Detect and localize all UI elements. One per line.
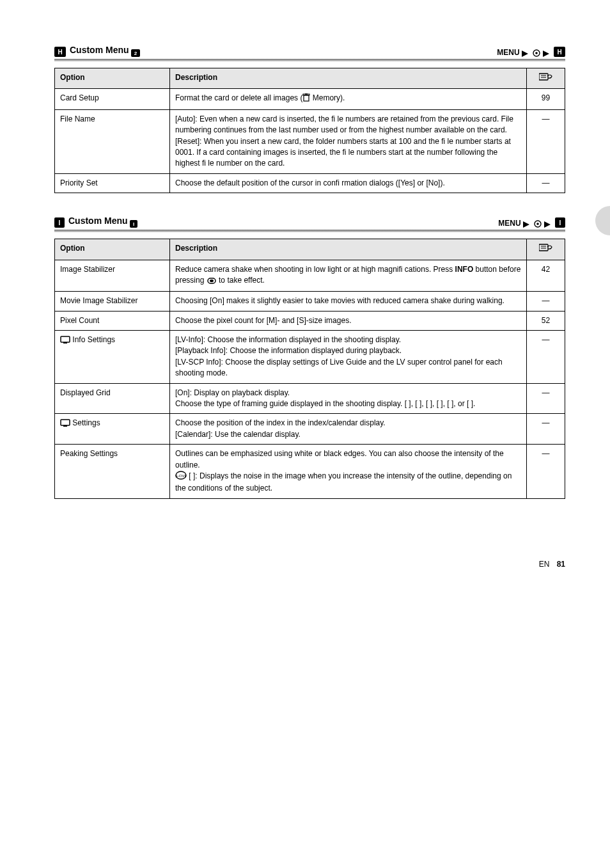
hand-icon: [539, 72, 553, 81]
section-title-i: I Custom Menu I: [54, 216, 141, 228]
opt-name: Movie Image Stabilizer: [55, 292, 170, 311]
opt-page: —: [527, 414, 565, 445]
svg-point-6: [536, 52, 538, 54]
svg-text:H: H: [58, 49, 62, 56]
opt-name: Peaking Settings: [55, 445, 170, 499]
section-header-h2: H Custom Menu 2 MENU H: [54, 45, 565, 57]
table-row: Image Stabilizer Reduce camera shake whe…: [55, 260, 565, 292]
svg-text:H: H: [557, 49, 561, 56]
svg-marker-7: [543, 51, 549, 57]
h2-badge-icon: H: [554, 47, 565, 57]
table-header-row: Option Description: [55, 239, 565, 260]
menu-label-i: MENU: [498, 219, 520, 228]
gear-icon: [534, 220, 542, 228]
opt-name: Settings: [55, 414, 170, 445]
gear-icon: [533, 49, 540, 57]
section-divider: [54, 230, 565, 232]
opt-name: Priority Set: [55, 173, 170, 193]
table-row: Pixel Count Choose the pixel count for […: [55, 311, 565, 330]
svg-rect-32: [63, 342, 67, 343]
opt-name: File Name: [55, 109, 170, 173]
opt-name: Info Settings: [55, 331, 170, 384]
opt-page: —: [527, 292, 565, 311]
custom-menu-label: Custom Menu: [70, 45, 131, 55]
col-page-icon: [527, 68, 565, 89]
opt-page: —: [527, 445, 565, 499]
arrow-icon: [544, 221, 553, 228]
opt-desc: Outlines can be emphasized using white o…: [170, 445, 527, 499]
opt-name: Displayed Grid: [55, 383, 170, 414]
svg-text:I: I: [559, 219, 561, 226]
svg-rect-30: [210, 280, 214, 282]
svg-text:I: I: [59, 219, 61, 226]
footer-lang: EN: [539, 560, 550, 569]
table-row: Movie Image Stabilizer Choosing [On] mak…: [55, 292, 565, 311]
opt-page: —: [527, 109, 565, 173]
opt-name: Card Setup: [55, 89, 170, 109]
opt-name: Pixel Count: [55, 311, 170, 330]
opt-page: —: [527, 173, 565, 193]
svg-text:2: 2: [134, 51, 137, 56]
opt-page: 99: [527, 89, 565, 109]
svg-marker-23: [544, 221, 551, 228]
opt-desc: Choose the default position of the curso…: [170, 173, 527, 193]
table-header-row: Option Description: [55, 68, 565, 89]
opt-desc: Reduce camera shake when shooting in low…: [170, 260, 527, 292]
i-badge-icon: I: [555, 217, 565, 228]
opt-desc: Choosing [On] makes it slightly easier t…: [170, 292, 527, 311]
footer-page-number: 81: [557, 560, 565, 569]
svg-point-22: [537, 223, 540, 225]
svg-rect-26: [539, 244, 548, 251]
table-row: Peaking Settings Outlines can be emphasi…: [55, 445, 565, 499]
svg-rect-33: [61, 420, 70, 425]
opt-desc: Choose the position of the index in the …: [170, 414, 527, 445]
col-option: Option: [55, 68, 170, 89]
table-row: File Name [Auto]: Even when a new card i…: [55, 109, 565, 173]
arrow-icon: [543, 51, 552, 57]
table-row: Info Settings [LV-Info]: Choose the info…: [55, 331, 565, 384]
trash-icon: [302, 93, 310, 105]
opt-page: —: [527, 383, 565, 414]
svg-rect-34: [63, 425, 67, 427]
opt-desc: Format the card or delete all images ( M…: [170, 89, 527, 109]
custom-menu-label: Custom Menu: [68, 216, 130, 226]
table-row: Priority Set Choose the default position…: [55, 173, 565, 193]
h2-small-icon: 2: [131, 47, 140, 57]
menu-path-h2: MENU H: [497, 47, 565, 57]
table-row: Card Setup Format the card or delete all…: [55, 89, 565, 109]
monitor-icon: [60, 336, 70, 347]
opt-desc: [LV-Info]: Choose the information displa…: [170, 331, 527, 384]
i-badge-icon: I: [54, 217, 65, 228]
h2-badge-icon: H: [54, 47, 66, 57]
col-page-icon: [527, 239, 565, 260]
opt-name: Image Stabilizer: [55, 260, 170, 292]
col-description: Description: [170, 239, 527, 260]
svg-marker-20: [523, 221, 529, 228]
side-tab: [595, 206, 610, 235]
opt-page: 52: [527, 311, 565, 330]
menu-label-h2: MENU: [497, 48, 519, 57]
opt-desc: Choose the pixel count for [M]- and [S]-…: [170, 311, 527, 330]
shutter-icon: [207, 276, 217, 287]
opt-page: 42: [527, 260, 565, 292]
section-header-i: I Custom Menu I MENU I: [54, 216, 565, 228]
table-row: Displayed Grid [On]: Display on playback…: [55, 383, 565, 414]
menu-path-i: MENU I: [498, 217, 565, 228]
arrow-icon: [522, 51, 531, 57]
section-title-h2: H Custom Menu 2: [54, 45, 144, 57]
i-small-icon: I: [130, 217, 137, 228]
svg-rect-13: [304, 95, 309, 101]
page-footer: EN 81: [0, 560, 610, 594]
svg-text:S-OVF: S-OVF: [175, 474, 187, 478]
arrow-icon: [523, 221, 532, 228]
opt-desc: [On]: Display on playback display. Choos…: [170, 383, 527, 414]
monitor-icon: [60, 419, 70, 430]
col-option: Option: [55, 239, 170, 260]
svg-marker-4: [522, 51, 528, 57]
svg-text:I: I: [133, 221, 134, 227]
table-row: Settings Choose the position of the inde…: [55, 414, 565, 445]
opt-page: —: [527, 331, 565, 384]
section-divider: [54, 59, 565, 61]
hand-icon: [539, 243, 553, 252]
sovf-icon: S-OVF: [175, 471, 187, 483]
